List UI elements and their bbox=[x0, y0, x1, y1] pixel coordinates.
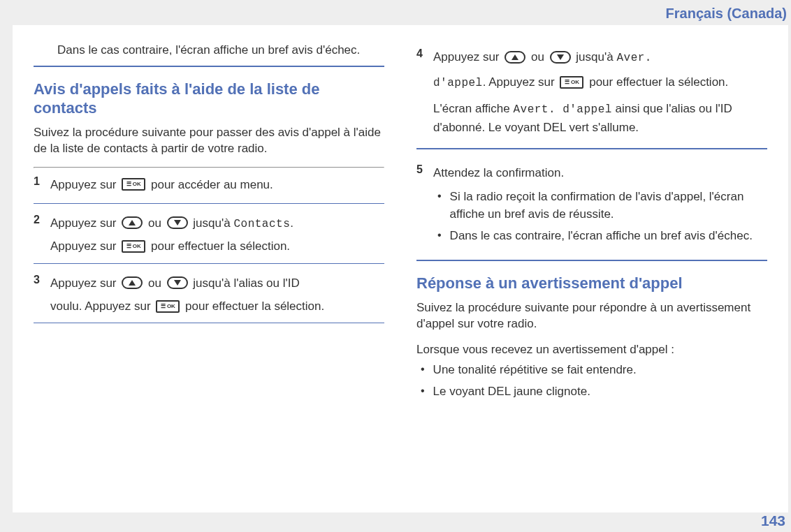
divider bbox=[416, 260, 767, 261]
list-item: Dans le cas contraire, l'écran affiche u… bbox=[437, 228, 767, 245]
steps-block-right: 4 Appuyez sur ou jusqu'à Aver. d'appel. … bbox=[416, 46, 767, 261]
divider bbox=[34, 66, 384, 67]
step-number: 2 bbox=[34, 212, 50, 256]
step-divider bbox=[34, 323, 384, 323]
step-body: Attendez la confirmation. Si la radio re… bbox=[433, 162, 767, 249]
svg-marker-4 bbox=[511, 54, 518, 60]
lead-in-text: Dans le cas contraire, l'écran affiche u… bbox=[57, 42, 384, 59]
page-number: 143 bbox=[761, 512, 785, 529]
up-arrow-icon bbox=[122, 276, 143, 289]
menu-contacts-label: Contacts bbox=[233, 218, 290, 230]
divider bbox=[416, 148, 767, 149]
ok-button-icon: OK bbox=[156, 300, 180, 313]
up-arrow-icon bbox=[505, 51, 525, 64]
step-body: Appuyez sur ou jusqu'à Contacts. Appuyez… bbox=[50, 212, 384, 256]
ok-button-icon: OK bbox=[122, 178, 145, 191]
list-item: Le voyant DEL jaune clignote. bbox=[421, 383, 767, 401]
step-1: 1 Appuyez sur OK pour accéder au menu. bbox=[34, 168, 384, 200]
list-item: Une tonalité répétitive se fait entendre… bbox=[421, 362, 767, 379]
list-item: Si la radio reçoit la confirmation de l'… bbox=[437, 189, 767, 223]
step-number: 3 bbox=[34, 272, 50, 316]
step-number: 1 bbox=[34, 174, 50, 196]
section-intro-2: Suivez la procédure suivante pour répond… bbox=[416, 300, 767, 332]
menu-aver-label: Aver. bbox=[616, 52, 652, 64]
down-arrow-icon bbox=[167, 216, 188, 229]
svg-marker-3 bbox=[174, 280, 181, 286]
step-number: 5 bbox=[416, 162, 433, 249]
step-4: 4 Appuyez sur ou jusqu'à Aver. d'appel. … bbox=[416, 46, 767, 141]
step-3: 3 Appuyez sur ou jusqu'à l'alias ou l'ID… bbox=[34, 267, 384, 320]
section-2-line: Lorsque vous recevez un avertissement d'… bbox=[416, 342, 767, 358]
section-title-1: Avis d'appels faits à l'aide de la liste… bbox=[34, 80, 384, 118]
svg-marker-5 bbox=[557, 54, 564, 60]
step-2: 2 Appuyez sur ou jusqu'à Contacts. Appuy… bbox=[34, 207, 384, 260]
page-content: Dans le cas contraire, l'écran affiche u… bbox=[13, 25, 788, 512]
svg-marker-0 bbox=[129, 220, 136, 226]
step-number: 4 bbox=[416, 46, 433, 137]
up-arrow-icon bbox=[122, 216, 143, 229]
menu-dappel-label: d'appel bbox=[433, 77, 483, 89]
down-arrow-icon bbox=[167, 276, 188, 289]
step-divider bbox=[34, 203, 384, 204]
language-indicator: Français (Canada) bbox=[666, 6, 787, 21]
ok-button-icon: OK bbox=[560, 76, 583, 89]
ok-button-icon: OK bbox=[122, 240, 145, 253]
step-body: Appuyez sur ou jusqu'à Aver. d'appel. Ap… bbox=[433, 46, 767, 137]
step-body: Appuyez sur ou jusqu'à l'alias ou l'ID v… bbox=[50, 272, 384, 316]
down-arrow-icon bbox=[550, 51, 571, 64]
step-divider bbox=[34, 263, 384, 264]
step-5-bullets: Si la radio reçoit la confirmation de l'… bbox=[433, 189, 767, 244]
steps-block-left: 1 Appuyez sur OK pour accéder au menu. 2… bbox=[34, 167, 384, 324]
page-header: Français (Canada) bbox=[0, 0, 791, 22]
step-body: Appuyez sur OK pour accéder au menu. bbox=[50, 174, 384, 196]
left-column: Dans le cas contraire, l'écran affiche u… bbox=[34, 42, 384, 505]
step-5: 5 Attendez la confirmation. Si la radio … bbox=[416, 156, 767, 253]
section-2-bullets: Une tonalité répétitive se fait entendre… bbox=[416, 362, 767, 400]
section-intro-1: Suivez la procédure suivante pour passer… bbox=[34, 125, 384, 157]
svg-marker-1 bbox=[174, 220, 181, 226]
right-column: 4 Appuyez sur ou jusqu'à Aver. d'appel. … bbox=[416, 42, 767, 505]
section-title-2: Réponse à un avertissement d'appel bbox=[416, 274, 767, 293]
screen-avert-label: Avert. d'appel bbox=[513, 103, 611, 116]
svg-marker-2 bbox=[129, 280, 136, 286]
